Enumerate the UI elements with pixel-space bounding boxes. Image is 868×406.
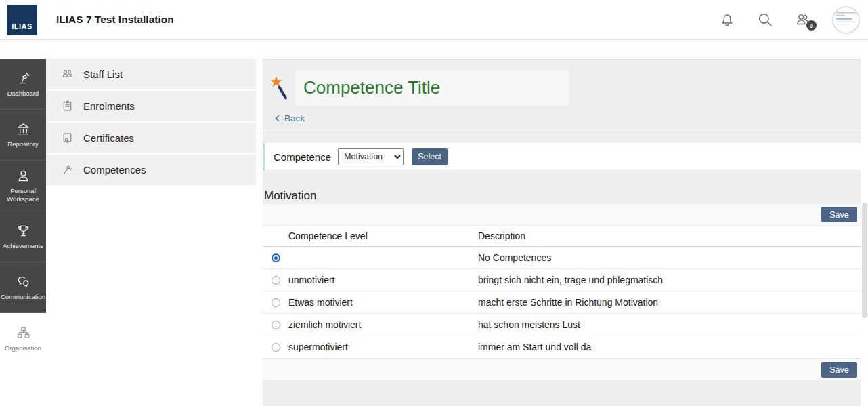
level-cell: unmotiviert [288, 275, 478, 285]
dashboard-icon [16, 70, 31, 86]
competence-level-radio[interactable] [272, 321, 280, 329]
description-cell: macht erste Schritte in Richtung Motivat… [478, 297, 861, 308]
competence-level-radio[interactable] [272, 276, 280, 285]
sidebar-item-repository[interactable]: Repository [0, 110, 46, 161]
personal-workspace-icon [16, 168, 31, 184]
competence-level-radio[interactable] [272, 343, 280, 352]
competence-select[interactable]: Motivation [338, 148, 404, 165]
staff-list-icon [61, 68, 74, 81]
main-content: Competence Title Back Competence Motivat… [263, 59, 861, 406]
top-icon-group: 3 [718, 6, 861, 34]
sidebar-item-label: Communication [0, 293, 47, 301]
competence-levels-panel: Save Competence Level Description No Com… [263, 204, 861, 380]
organisation-icon [16, 325, 31, 341]
description-cell: immer am Start und voll da [478, 342, 861, 352]
certificates-icon [61, 131, 74, 144]
sidebar-item-label: Personal Workspace [0, 187, 46, 203]
table-row: ziemlich motiviert hat schon meistens Lu… [263, 314, 861, 336]
tool-item-enrolments[interactable]: Enrolments [46, 91, 256, 123]
sidebar-item-communication[interactable]: Communication [0, 262, 46, 313]
level-cell: supermotiviert [288, 342, 478, 352]
table-row: No Competences [263, 247, 861, 269]
description-cell: bringt sich nicht ein, träge und phlegma… [478, 275, 861, 285]
sidebar-item-personal-workspace[interactable]: Personal Workspace [0, 161, 46, 211]
column-competence-level: Competence Level [288, 230, 478, 241]
main-sidebar: Dashboard Repository Personal Workspace … [0, 59, 46, 406]
search-icon[interactable] [756, 11, 774, 28]
save-button-bottom[interactable]: Save [821, 362, 857, 378]
communication-icon [16, 274, 31, 289]
save-button-top[interactable]: Save [821, 207, 857, 222]
sidebar-item-label: Organisation [3, 344, 43, 352]
repository-icon [16, 121, 31, 137]
description-cell: No Competences [478, 252, 861, 263]
enrolments-icon [61, 100, 74, 113]
tool-item-staff-list[interactable]: Staff List [46, 59, 256, 91]
tool-item-label: Staff List [83, 68, 123, 80]
tool-item-competences[interactable]: Competences [46, 155, 256, 186]
installation-title: ILIAS 7 Test Installation [56, 14, 174, 26]
select-button[interactable]: Select [412, 148, 448, 165]
section-title: Motivation [264, 189, 861, 203]
header-spacer [0, 40, 868, 59]
competence-select-section: Competence Motivation Select [263, 143, 861, 170]
chevron-left-icon [274, 115, 281, 122]
sidebar-item-label: Achievements [1, 242, 45, 250]
description-cell: hat schon meistens Lust [478, 319, 861, 330]
vertical-scrollbar[interactable] [861, 59, 868, 406]
level-cell: ziemlich motiviert [288, 319, 478, 330]
user-menu-icon[interactable]: 3 [794, 11, 812, 28]
competence-level-radio[interactable] [272, 298, 280, 307]
table-row: supermotiviert immer am Start und voll d… [263, 336, 861, 359]
competence-label: Competence [274, 151, 331, 163]
user-count-badge: 3 [806, 20, 817, 31]
sidebar-item-dashboard[interactable]: Dashboard [0, 59, 46, 110]
avatar[interactable] [832, 6, 860, 34]
competence-level-radio[interactable] [272, 253, 280, 262]
back-label: Back [284, 113, 305, 123]
tool-item-label: Competences [83, 164, 146, 176]
tool-item-label: Enrolments [83, 100, 135, 112]
level-cell: Etwas motiviert [288, 297, 478, 308]
top-bar: ILIAS ILIAS 7 Test Installation 3 [0, 0, 868, 40]
panel-gutter [256, 59, 263, 406]
page-title: Competence Title [303, 77, 440, 98]
achievements-icon [16, 223, 31, 239]
back-link[interactable]: Back [263, 106, 861, 130]
column-description: Description [478, 230, 861, 241]
ilias-logo[interactable]: ILIAS [7, 5, 37, 35]
notifications-bell-icon[interactable] [718, 11, 736, 28]
sidebar-item-label: Dashboard [6, 89, 40, 98]
competence-wand-icon [268, 75, 291, 104]
table-row: unmotiviert bringt sich nicht ein, träge… [263, 269, 861, 291]
tool-sidebar: Staff List Enrolments Certificates [46, 59, 256, 406]
page-header: Competence Title Back [263, 60, 861, 131]
table-row: Etwas motiviert macht erste Schritte in … [263, 291, 861, 314]
title-band: Competence Title [295, 70, 569, 106]
table-header: Competence Level Description [263, 226, 861, 247]
scrollbar-thumb[interactable] [862, 203, 867, 318]
sidebar-item-label: Repository [6, 140, 39, 148]
competences-wand-icon [61, 163, 74, 176]
tool-item-certificates[interactable]: Certificates [46, 123, 256, 155]
sidebar-item-organisation[interactable]: Organisation [0, 313, 46, 364]
tool-item-label: Certificates [83, 132, 134, 144]
sidebar-item-achievements[interactable]: Achievements [0, 211, 46, 262]
